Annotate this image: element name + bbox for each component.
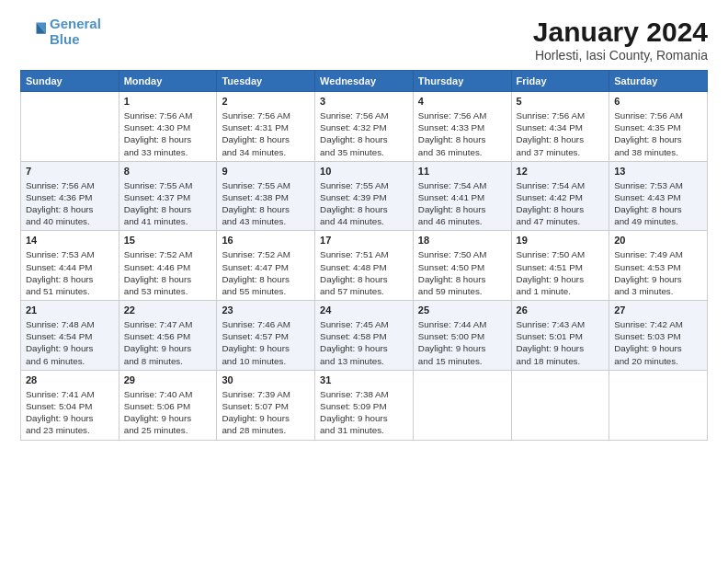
day-number: 27 [614, 304, 702, 317]
day-number: 4 [418, 95, 506, 109]
week-row-5: 28Sunrise: 7:41 AMSunset: 5:04 PMDayligh… [21, 370, 708, 440]
title-block: January 2024 Horlesti, Iasi County, Roma… [533, 17, 708, 63]
calendar-table: SundayMondayTuesdayWednesdayThursdayFrid… [20, 70, 708, 441]
day-number: 25 [418, 304, 506, 317]
day-number: 22 [124, 304, 212, 317]
logo: General Blue [20, 17, 101, 47]
day-number: 10 [320, 165, 408, 178]
cell-content: Sunrise: 7:44 AMSunset: 5:00 PMDaylight:… [418, 318, 506, 367]
cell-content: Sunrise: 7:53 AMSunset: 4:43 PMDaylight:… [614, 179, 702, 228]
cell-content: Sunrise: 7:45 AMSunset: 4:58 PMDaylight:… [320, 318, 408, 367]
calendar-cell: 22Sunrise: 7:47 AMSunset: 4:56 PMDayligh… [119, 301, 217, 371]
cell-content: Sunrise: 7:52 AMSunset: 4:46 PMDaylight:… [124, 248, 212, 297]
cell-content: Sunrise: 7:56 AMSunset: 4:35 PMDaylight:… [614, 109, 702, 158]
weekday-header-monday: Monday [119, 71, 217, 92]
calendar-cell: 23Sunrise: 7:46 AMSunset: 4:57 PMDayligh… [217, 301, 315, 371]
calendar-cell: 24Sunrise: 7:45 AMSunset: 4:58 PMDayligh… [315, 301, 414, 371]
calendar-cell: 15Sunrise: 7:52 AMSunset: 4:46 PMDayligh… [119, 231, 217, 301]
logo-blue: Blue [50, 31, 80, 47]
calendar-cell: 9Sunrise: 7:55 AMSunset: 4:38 PMDaylight… [217, 161, 315, 231]
cell-content: Sunrise: 7:42 AMSunset: 5:03 PMDaylight:… [614, 318, 702, 367]
cell-content: Sunrise: 7:50 AMSunset: 4:50 PMDaylight:… [418, 248, 506, 297]
calendar-cell: 26Sunrise: 7:43 AMSunset: 5:01 PMDayligh… [511, 301, 609, 371]
calendar-cell: 1Sunrise: 7:56 AMSunset: 4:30 PMDaylight… [119, 92, 217, 162]
calendar-cell: 6Sunrise: 7:56 AMSunset: 4:35 PMDaylight… [609, 92, 708, 162]
cell-content: Sunrise: 7:39 AMSunset: 5:07 PMDaylight:… [222, 388, 310, 437]
day-number: 24 [320, 304, 408, 317]
calendar-cell: 30Sunrise: 7:39 AMSunset: 5:07 PMDayligh… [217, 370, 315, 440]
weekday-header-saturday: Saturday [609, 71, 708, 92]
calendar-cell: 13Sunrise: 7:53 AMSunset: 4:43 PMDayligh… [609, 161, 708, 231]
calendar-cell: 17Sunrise: 7:51 AMSunset: 4:48 PMDayligh… [315, 231, 414, 301]
cell-content: Sunrise: 7:46 AMSunset: 4:57 PMDaylight:… [222, 318, 310, 367]
calendar-cell: 7Sunrise: 7:56 AMSunset: 4:36 PMDaylight… [21, 161, 119, 231]
page: General Blue January 2024 Horlesti, Iasi… [0, 0, 728, 563]
calendar-cell: 27Sunrise: 7:42 AMSunset: 5:03 PMDayligh… [609, 301, 708, 371]
cell-content: Sunrise: 7:56 AMSunset: 4:32 PMDaylight:… [320, 109, 408, 158]
day-number: 7 [26, 165, 114, 178]
day-number: 21 [26, 304, 114, 317]
day-number: 23 [222, 304, 310, 317]
calendar-cell: 19Sunrise: 7:50 AMSunset: 4:51 PMDayligh… [511, 231, 609, 301]
cell-content: Sunrise: 7:53 AMSunset: 4:44 PMDaylight:… [26, 248, 114, 297]
day-number: 1 [124, 95, 212, 109]
calendar-cell [609, 370, 708, 440]
cell-content: Sunrise: 7:56 AMSunset: 4:36 PMDaylight:… [26, 179, 114, 228]
calendar-cell: 18Sunrise: 7:50 AMSunset: 4:50 PMDayligh… [413, 231, 511, 301]
calendar-cell: 20Sunrise: 7:49 AMSunset: 4:53 PMDayligh… [609, 231, 708, 301]
calendar-cell: 4Sunrise: 7:56 AMSunset: 4:33 PMDaylight… [413, 92, 511, 162]
calendar-cell: 12Sunrise: 7:54 AMSunset: 4:42 PMDayligh… [511, 161, 609, 231]
weekday-header-friday: Friday [511, 71, 609, 92]
day-number: 17 [320, 234, 408, 247]
calendar-cell [511, 370, 609, 440]
weekday-header-tuesday: Tuesday [217, 71, 315, 92]
week-row-4: 21Sunrise: 7:48 AMSunset: 4:54 PMDayligh… [21, 301, 708, 371]
cell-content: Sunrise: 7:55 AMSunset: 4:38 PMDaylight:… [222, 179, 310, 228]
cell-content: Sunrise: 7:48 AMSunset: 4:54 PMDaylight:… [26, 318, 114, 367]
day-number: 8 [124, 165, 212, 178]
cell-content: Sunrise: 7:55 AMSunset: 4:39 PMDaylight:… [320, 179, 408, 228]
day-number: 30 [222, 373, 310, 387]
cell-content: Sunrise: 7:38 AMSunset: 5:09 PMDaylight:… [320, 388, 408, 437]
weekday-header-wednesday: Wednesday [315, 71, 414, 92]
day-number: 12 [517, 165, 605, 178]
day-number: 14 [26, 234, 114, 247]
calendar-cell: 3Sunrise: 7:56 AMSunset: 4:32 PMDaylight… [315, 92, 414, 162]
day-number: 18 [418, 234, 506, 247]
cell-content: Sunrise: 7:49 AMSunset: 4:53 PMDaylight:… [614, 248, 702, 297]
cell-content: Sunrise: 7:54 AMSunset: 4:41 PMDaylight:… [418, 179, 506, 228]
calendar-cell: 31Sunrise: 7:38 AMSunset: 5:09 PMDayligh… [315, 370, 414, 440]
calendar-cell: 14Sunrise: 7:53 AMSunset: 4:44 PMDayligh… [21, 231, 119, 301]
cell-content: Sunrise: 7:56 AMSunset: 4:34 PMDaylight:… [517, 109, 605, 158]
day-number: 16 [222, 234, 310, 247]
week-row-2: 7Sunrise: 7:56 AMSunset: 4:36 PMDaylight… [21, 161, 708, 231]
subtitle: Horlesti, Iasi County, Romania [533, 48, 708, 63]
cell-content: Sunrise: 7:50 AMSunset: 4:51 PMDaylight:… [517, 248, 605, 297]
calendar-cell: 21Sunrise: 7:48 AMSunset: 4:54 PMDayligh… [21, 301, 119, 371]
cell-content: Sunrise: 7:55 AMSunset: 4:37 PMDaylight:… [124, 179, 212, 228]
day-number: 19 [517, 234, 605, 247]
calendar-cell: 28Sunrise: 7:41 AMSunset: 5:04 PMDayligh… [21, 370, 119, 440]
cell-content: Sunrise: 7:52 AMSunset: 4:47 PMDaylight:… [222, 248, 310, 297]
day-number: 2 [222, 95, 310, 109]
cell-content: Sunrise: 7:47 AMSunset: 4:56 PMDaylight:… [124, 318, 212, 367]
weekday-header-thursday: Thursday [413, 71, 511, 92]
cell-content: Sunrise: 7:41 AMSunset: 5:04 PMDaylight:… [26, 388, 114, 437]
cell-content: Sunrise: 7:54 AMSunset: 4:42 PMDaylight:… [517, 179, 605, 228]
cell-content: Sunrise: 7:56 AMSunset: 4:30 PMDaylight:… [124, 109, 212, 158]
main-title: January 2024 [533, 17, 708, 48]
day-number: 31 [320, 373, 408, 387]
week-row-3: 14Sunrise: 7:53 AMSunset: 4:44 PMDayligh… [21, 231, 708, 301]
cell-content: Sunrise: 7:56 AMSunset: 4:31 PMDaylight:… [222, 109, 310, 158]
day-number: 20 [614, 234, 702, 247]
calendar-cell: 8Sunrise: 7:55 AMSunset: 4:37 PMDaylight… [119, 161, 217, 231]
cell-content: Sunrise: 7:43 AMSunset: 5:01 PMDaylight:… [517, 318, 605, 367]
day-number: 6 [614, 95, 702, 109]
day-number: 3 [320, 95, 408, 109]
day-number: 9 [222, 165, 310, 178]
logo-general: General [50, 16, 101, 31]
day-number: 29 [124, 373, 212, 387]
cell-content: Sunrise: 7:51 AMSunset: 4:48 PMDaylight:… [320, 248, 408, 297]
weekday-header-sunday: Sunday [21, 71, 119, 92]
calendar-cell: 2Sunrise: 7:56 AMSunset: 4:31 PMDaylight… [217, 92, 315, 162]
